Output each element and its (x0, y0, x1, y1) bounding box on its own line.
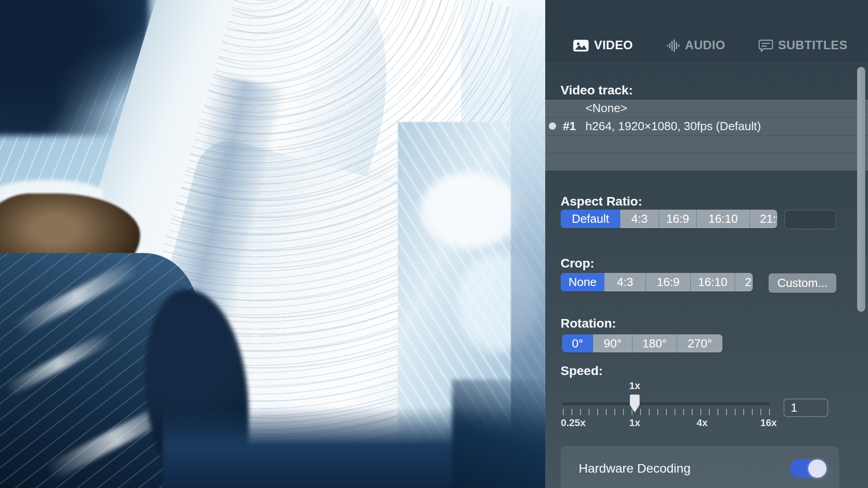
track-desc: h264, 1920×1080, 30fps (Default) (585, 119, 761, 133)
settings-tab-bar: VIDEO AUDIO (545, 0, 868, 60)
selected-track-bullet (549, 122, 556, 130)
crop-none-segment[interactable]: None (561, 273, 604, 291)
tab-audio-label: AUDIO (685, 38, 725, 52)
image-icon (573, 39, 589, 52)
speed-slider-thumb[interactable] (629, 394, 640, 413)
track-row-empty (545, 135, 868, 153)
hardware-decoding-label: Hardware Decoding (579, 461, 690, 476)
aspect-16-9-segment[interactable]: 16:9 (659, 210, 696, 228)
track-row-1[interactable]: #1 h264, 1920×1080, 30fps (Default) (545, 117, 868, 135)
aspect-16-10-segment[interactable]: 16:10 (696, 210, 750, 228)
speed-slider-ticks (563, 409, 770, 415)
shadow-art (452, 380, 545, 488)
aspect-default-segment[interactable]: Default (561, 210, 620, 228)
aspect-custom-input[interactable] (785, 211, 835, 229)
speed-label: Speed: (561, 364, 603, 378)
speed-value-input-wrap (783, 399, 828, 417)
video-track-list: <None> #1 h264, 1920×1080, 30fps (Defaul… (545, 99, 868, 170)
aspect-4-3-segment[interactable]: 4:3 (620, 210, 659, 228)
tab-video-label: VIDEO (594, 38, 633, 52)
aspect-21-9-segment[interactable]: 21:9 (750, 210, 777, 228)
toggle-knob (808, 460, 826, 478)
speed-value-input[interactable] (784, 399, 827, 416)
crop-21-9-segment[interactable]: 21:9 (735, 273, 753, 291)
crop-custom-button[interactable]: Custom... (769, 273, 836, 293)
hardware-decoding-toggle[interactable] (790, 459, 827, 478)
rotation-0-segment[interactable]: 0° (562, 334, 593, 352)
app-window: VIDEO AUDIO (0, 0, 868, 488)
speed-tick-1x: 1x (629, 417, 640, 429)
crop-4-3-segment[interactable]: 4:3 (604, 273, 646, 291)
rotation-180-segment[interactable]: 180° (632, 334, 677, 352)
rotation-segmented-control: 0° 90° 180° 270° (562, 334, 722, 352)
crop-label: Crop: (561, 256, 594, 271)
tab-subtitles[interactable]: SUBTITLES (759, 38, 848, 52)
crop-segmented-control: None 4:3 16:9 16:10 21:9 (561, 273, 753, 291)
crop-16-9-segment[interactable]: 16:9 (646, 273, 690, 291)
speed-tick-4x: 4x (697, 417, 708, 429)
video-canvas[interactable] (0, 0, 545, 488)
rotation-270-segment[interactable]: 270° (677, 334, 722, 352)
aspect-ratio-segmented-control: Default 4:3 16:9 16:10 21:9 (561, 210, 777, 228)
quick-settings-panel: VIDEO AUDIO (545, 0, 868, 488)
speed-tick-16x: 16x (760, 417, 777, 429)
track-none-label: <None> (585, 101, 627, 115)
panel-scrollbar-thumb[interactable] (857, 67, 865, 312)
waveform-icon (666, 39, 680, 52)
ice-highlight-art (420, 172, 520, 249)
aspect-ratio-label: Aspect Ratio: (561, 194, 642, 209)
aspect-custom-input-wrap (784, 210, 836, 230)
speech-bubble-icon (759, 39, 773, 52)
tab-video[interactable]: VIDEO (573, 38, 633, 52)
speed-slider-track[interactable] (562, 403, 770, 406)
rotation-90-segment[interactable]: 90° (593, 334, 632, 352)
hardware-decoding-card: Hardware Decoding (561, 446, 839, 488)
rotation-label: Rotation: (561, 316, 616, 331)
track-id: #1 (563, 119, 576, 133)
speed-tick-0.25x: 0.25x (561, 417, 585, 429)
speed-current-label: 1x (629, 380, 640, 392)
tab-subtitles-label: SUBTITLES (778, 38, 848, 52)
video-track-label: Video track: (561, 83, 633, 98)
track-row-none[interactable]: <None> (545, 99, 868, 117)
tab-audio[interactable]: AUDIO (666, 38, 725, 52)
track-row-empty (545, 153, 868, 170)
crop-16-10-segment[interactable]: 16:10 (690, 273, 735, 291)
